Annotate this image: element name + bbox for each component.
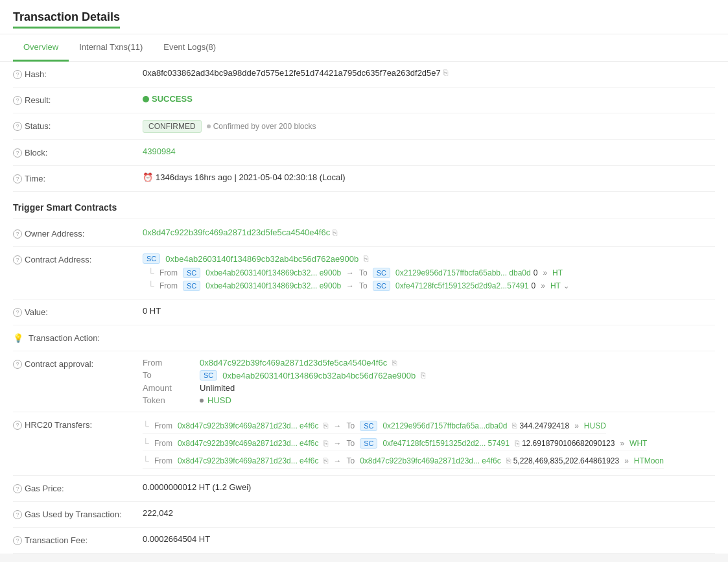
hrc20-from-copy-3[interactable]: ⎘: [323, 456, 328, 465]
time-help-icon[interactable]: ?: [13, 174, 22, 183]
arrow-1: →: [346, 268, 354, 277]
token-2[interactable]: HT: [550, 281, 561, 290]
transaction-fee-row: ? Transaction Fee: 0.0002664504 HT: [13, 528, 715, 554]
owner-address-value: 0x8d47c922b39fc469a2871d23d5fe5ca4540e4f…: [143, 228, 715, 237]
hrc20-from-1: From: [154, 421, 172, 430]
success-badge: SUCCESS: [143, 94, 193, 104]
transaction-fee-label: ? Transaction Fee:: [13, 534, 143, 545]
contract-approval-value: From 0x8d47c922b39fc469a2871d23d5fe5ca45…: [143, 358, 715, 405]
gas-used-help-icon[interactable]: ?: [13, 510, 22, 519]
hrc20-amount-1: 344.24792418: [519, 421, 569, 430]
hrc20-to-addr-2[interactable]: 0xfe47128fc5f1591325d2d2... 57491: [382, 439, 510, 448]
gas-used-label: ? Gas Used by Transaction:: [13, 508, 143, 519]
tx-fee-help-icon[interactable]: ?: [13, 536, 22, 545]
value-label: ? Value:: [13, 306, 143, 317]
owner-help-icon[interactable]: ?: [13, 229, 22, 239]
hrc20-to-copy-3[interactable]: ⎘: [506, 456, 511, 465]
hrc20-value: └ From 0x8d47c922b39fc469a2871d23d... e4…: [143, 419, 715, 469]
status-label: ? Status:: [13, 120, 143, 131]
from-addr-2[interactable]: 0xbe4ab2603140f134869cb32... e900b: [205, 281, 341, 290]
hrc20-amount-2: 12.6918790106682090123: [522, 439, 615, 448]
hrc20-from-addr-2[interactable]: 0x8d47c922b39fc469a2871d23d... e4f6c: [178, 439, 319, 448]
hrc20-to-addr-3[interactable]: 0x8d47c922b39fc469a2871d23d... e4f6c: [360, 456, 501, 465]
contract-address-label: ? Contract Address:: [13, 253, 143, 264]
hash-copy-icon[interactable]: ⎘: [443, 68, 448, 77]
hrc20-to-addr-1[interactable]: 0x2129e956d7157ffbcfa65a...dba0d: [382, 421, 507, 430]
hrc20-token-2[interactable]: WHT: [629, 439, 647, 448]
smart-contract-section-title: Trigger Smart Contracts: [13, 192, 715, 218]
hrc20-from-copy-1[interactable]: ⎘: [323, 421, 328, 430]
status-value: CONFIRMED Confirmed by over 200 blocks: [143, 120, 715, 133]
hrc20-from-3: From: [154, 456, 172, 465]
block-label: ? Block:: [13, 146, 143, 158]
page-title: Transaction Details: [13, 10, 120, 29]
owner-address-link[interactable]: 0x8d47c922b39fc469a2871d23d5fe5ca4540e4f…: [143, 228, 330, 237]
approval-amount-label: Amount: [143, 383, 194, 393]
hrc20-from-addr-3[interactable]: 0x8d47c922b39fc469a2871d23d... e4f6c: [178, 456, 319, 465]
gas-used-row: ? Gas Used by Transaction: 222,042: [13, 502, 715, 528]
status-help-icon[interactable]: ?: [13, 122, 22, 131]
approval-from-copy[interactable]: ⎘: [392, 358, 397, 368]
tab-internal-txns[interactable]: Internal Txns(11): [69, 34, 153, 62]
from-addr-1[interactable]: 0xbe4ab2603140f134869cb32... e900b: [205, 268, 341, 277]
hrc20-to-copy-1[interactable]: ⎘: [512, 421, 517, 430]
approval-token-link[interactable]: HUSD: [207, 395, 231, 405]
approval-to-copy[interactable]: ⎘: [421, 371, 425, 380]
hrc20-from-copy-2[interactable]: ⎘: [323, 439, 328, 448]
gas-used-value: 222,042: [143, 508, 715, 518]
hrc20-to-sc-1: SC: [360, 421, 377, 431]
time-value: ⏰ 1346days 16hrs ago | 2021-05-04 02:30:…: [143, 172, 715, 182]
gas-price-help-icon[interactable]: ?: [13, 484, 22, 493]
clock-icon: ⏰: [143, 172, 153, 182]
approval-from-value: 0x8d47c922b39fc469a2871d23d5fe5ca4540e4f…: [200, 358, 425, 368]
hash-label: ? Hash:: [13, 68, 143, 79]
hrc20-to-1: To: [346, 421, 355, 430]
hrc20-help-icon[interactable]: ?: [13, 421, 22, 430]
hrc20-from-2: From: [154, 439, 172, 448]
hash-row: ? Hash: 0xa8fc033862ad34bc9a98dde7d575e1…: [13, 62, 715, 88]
tab-overview[interactable]: Overview: [13, 34, 69, 62]
contract-approval-row: ? Contract approval: From 0x8d47c922b39f…: [13, 351, 715, 412]
from-sc-1: SC: [183, 268, 200, 278]
hrc20-to-copy-2[interactable]: ⎘: [515, 439, 519, 448]
arrow-token-2: »: [541, 281, 545, 290]
approval-from-link[interactable]: 0x8d47c922b39fc469a2871d23d5fe5ca4540e4f…: [200, 358, 387, 368]
content-area: ? Hash: 0xa8fc033862ad34bc9a98dde7d575e1…: [0, 62, 728, 554]
approval-grid: From 0x8d47c922b39fc469a2871d23d5fe5ca45…: [143, 358, 425, 405]
hrc20-to-2: To: [346, 439, 355, 448]
owner-address-row: ? Owner Address: 0x8d47c922b39fc469a2871…: [13, 221, 715, 247]
hrc20-from-addr-1[interactable]: 0x8d47c922b39fc469a2871d23d... e4f6c: [178, 421, 319, 430]
gas-price-value: 0.0000000012 HT (1.2 Gwei): [143, 482, 715, 492]
hrc20-amount-3: 5,228,469,835,202.644861923: [513, 456, 620, 465]
block-link[interactable]: 4390984: [143, 146, 176, 156]
hash-help-icon[interactable]: ?: [13, 70, 22, 79]
tab-event-logs[interactable]: Event Logs(8): [153, 34, 226, 62]
hrc20-row-1: └ From 0x8d47c922b39fc469a2871d23d... e4…: [143, 419, 606, 434]
contract-copy-icon[interactable]: ⎘: [364, 254, 368, 263]
approval-from-label: From: [143, 358, 194, 368]
contract-help-icon[interactable]: ?: [13, 255, 22, 264]
approval-token-value: HUSD: [200, 395, 425, 405]
amount-2: 0: [532, 281, 536, 290]
block-row: ? Block: 4390984: [13, 140, 715, 166]
hrc20-token-3[interactable]: HTMoon: [634, 456, 664, 465]
hrc20-row-3: └ From 0x8d47c922b39fc469a2871d23d... e4…: [143, 454, 664, 469]
to-label-2: To: [359, 281, 368, 290]
to-addr-2[interactable]: 0xfe47128fc5f1591325d2d9a2...57491: [395, 281, 529, 290]
contract-address-link[interactable]: 0xbe4ab2603140f134869cb32ab4bc56d762ae90…: [165, 254, 358, 264]
page-header: Transaction Details: [0, 0, 728, 34]
token-1[interactable]: HT: [552, 268, 563, 277]
amount-1: 0: [534, 268, 538, 277]
contract-address-value: SC 0xbe4ab2603140f134869cb32ab4bc56d762a…: [143, 253, 715, 292]
approval-help-icon[interactable]: ?: [13, 360, 22, 369]
result-help-icon[interactable]: ?: [13, 96, 22, 105]
result-value: SUCCESS: [143, 94, 715, 104]
approval-to-link[interactable]: 0xbe4ab2603140f134869cb32ab4bc56d762ae90…: [222, 371, 416, 381]
hrc20-token-1[interactable]: HUSD: [584, 421, 606, 430]
to-addr-1[interactable]: 0x2129e956d7157ffbcfa65abb... dba0d: [395, 268, 531, 277]
owner-copy-icon[interactable]: ⎘: [333, 228, 337, 237]
time-label: ? Time:: [13, 172, 143, 183]
value-help-icon[interactable]: ?: [13, 308, 22, 317]
block-help-icon[interactable]: ?: [13, 148, 22, 158]
expand-chevron[interactable]: ⌄: [563, 282, 569, 290]
